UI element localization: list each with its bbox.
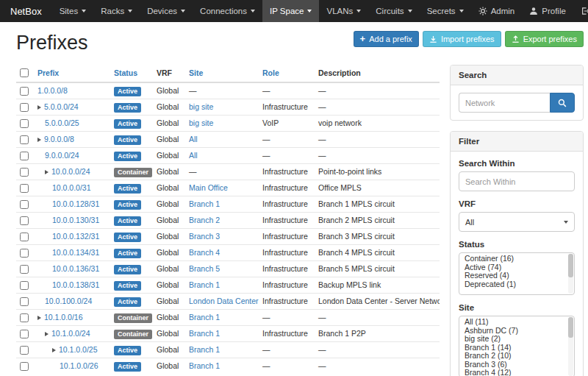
site-link[interactable]: All [189, 151, 198, 160]
row-checkbox[interactable] [20, 330, 29, 338]
site-link[interactable]: Branch 5 [189, 264, 220, 273]
vrf-value: Global [153, 229, 185, 245]
nav-item-sites[interactable]: Sites [52, 0, 94, 22]
prefix-link[interactable]: 9.0.0.0/8 [44, 135, 74, 143]
search-within-input[interactable] [459, 171, 575, 191]
site-link[interactable]: London Data Center [189, 297, 259, 305]
row-checkbox[interactable] [20, 200, 29, 209]
listbox-option[interactable]: Active (74) [459, 263, 565, 272]
expand-arrow-icon[interactable] [37, 105, 41, 110]
site-link[interactable]: big site [189, 118, 213, 127]
add-prefix-button[interactable]: + Add a prefix [354, 31, 419, 47]
col-header-prefix[interactable]: Prefix [34, 63, 110, 82]
prefix-link[interactable]: 10.0.0.0/24 [51, 167, 90, 176]
scrollbar-thumb[interactable] [568, 254, 573, 277]
site-link[interactable]: Branch 1 [189, 199, 220, 208]
export-prefixes-button[interactable]: Export prefixes [505, 31, 584, 47]
listbox-option[interactable]: Reserved (4) [459, 272, 565, 280]
vrf-select[interactable]: All [459, 212, 575, 232]
listbox-option[interactable]: Ashburn DC (7) [459, 327, 565, 336]
row-checkbox[interactable] [20, 265, 29, 274]
site-link[interactable]: Branch 3 [189, 232, 220, 241]
listbox-option[interactable]: Branch 2 (10) [459, 352, 565, 361]
expand-arrow-icon[interactable] [52, 348, 56, 352]
row-checkbox[interactable] [20, 135, 29, 144]
row-checkbox[interactable] [20, 249, 29, 258]
prefix-link[interactable]: 10.0.0.134/31 [52, 248, 99, 257]
col-header-site[interactable]: Site [185, 63, 259, 82]
listbox-scrollbar[interactable] [568, 254, 573, 294]
prefix-link[interactable]: 10.0.100.0/24 [45, 297, 92, 305]
nav-item-vlans[interactable]: VLANs [319, 0, 368, 22]
prefix-link[interactable]: 10.0.0.136/31 [52, 264, 99, 273]
search-input[interactable] [459, 93, 550, 113]
page-header: Prefixes + Add a prefix Import prefixes … [16, 22, 584, 63]
row-checkbox[interactable] [20, 281, 29, 290]
nav-item-circuits[interactable]: Circuits [368, 0, 419, 22]
nav-item-connections[interactable]: Connections [193, 0, 262, 22]
brand-logo[interactable]: NetBox [10, 0, 42, 22]
prefix-link[interactable]: 9.0.0.0/24 [45, 151, 79, 160]
nav-item-ip-space[interactable]: IP Space [262, 0, 319, 22]
nav-logout[interactable]: Log out [573, 0, 588, 22]
row-checkbox[interactable] [20, 313, 29, 322]
site-link[interactable]: All [189, 135, 198, 143]
row-checkbox[interactable] [20, 87, 29, 96]
expand-arrow-icon[interactable] [45, 332, 49, 336]
row-checkbox[interactable] [20, 216, 29, 225]
prefix-link[interactable]: 1.0.0.0/8 [37, 86, 68, 95]
col-header-role[interactable]: Role [259, 63, 315, 82]
row-checkbox[interactable] [20, 184, 29, 193]
site-link[interactable]: Branch 1 [189, 313, 220, 322]
import-prefixes-button[interactable]: Import prefixes [423, 31, 501, 47]
row-checkbox[interactable] [20, 119, 29, 128]
row-checkbox[interactable] [20, 297, 29, 306]
prefix-link[interactable]: 10.0.0.128/31 [52, 199, 99, 208]
row-checkbox[interactable] [20, 152, 29, 160]
site-link[interactable]: Branch 1 [189, 361, 220, 370]
search-button[interactable] [550, 93, 575, 113]
listbox-scrollbar[interactable] [568, 317, 573, 376]
expand-arrow-icon[interactable] [37, 316, 41, 320]
prefix-link[interactable]: 5.0.0.0/25 [45, 118, 79, 127]
site-link[interactable]: big site [189, 102, 213, 111]
row-checkbox[interactable] [20, 362, 29, 371]
listbox-option[interactable]: All (11) [459, 318, 565, 327]
expand-arrow-icon[interactable] [45, 170, 49, 174]
prefix-link[interactable]: 10.0.0.138/31 [52, 280, 99, 289]
listbox-option[interactable]: Branch 4 (12) [459, 369, 565, 376]
listbox-option[interactable]: Branch 3 (6) [459, 361, 565, 369]
expand-arrow-icon[interactable] [37, 138, 41, 142]
row-checkbox[interactable] [20, 346, 29, 355]
row-checkbox[interactable] [20, 233, 29, 241]
site-link[interactable]: Branch 1 [189, 345, 220, 354]
prefix-link[interactable]: 5.0.0.0/24 [44, 102, 79, 111]
prefix-link[interactable]: 10.0.0.130/31 [52, 216, 99, 224]
listbox-option[interactable]: big site (2) [459, 335, 565, 344]
prefix-link[interactable]: 10.1.0.0/24 [51, 329, 90, 338]
select-all-checkbox[interactable] [20, 68, 29, 77]
prefix-link[interactable]: 10.0.0.0/31 [52, 183, 91, 192]
listbox-option[interactable]: Deprecated (1) [459, 280, 565, 289]
site-link[interactable]: Branch 1 [189, 329, 220, 338]
site-link[interactable]: Branch 1 [189, 280, 220, 289]
listbox-option[interactable]: Branch 1 (14) [459, 344, 565, 352]
site-link[interactable]: Branch 4 [189, 248, 220, 257]
nav-item-devices[interactable]: Devices [140, 0, 193, 22]
nav-item-secrets[interactable]: Secrets [420, 0, 471, 22]
listbox-option[interactable]: Container (16) [459, 255, 565, 263]
nav-profile[interactable]: Profile [522, 0, 573, 22]
nav-admin[interactable]: Admin [471, 0, 523, 22]
row-checkbox[interactable] [20, 168, 29, 177]
col-header-status[interactable]: Status [110, 63, 153, 82]
chevron-down-icon [356, 10, 361, 13]
site-link[interactable]: Branch 2 [189, 216, 220, 224]
scrollbar-thumb[interactable] [568, 317, 573, 338]
prefix-link[interactable]: 10.1.0.0/26 [60, 361, 98, 370]
nav-item-racks[interactable]: Racks [93, 0, 140, 22]
prefix-link[interactable]: 10.1.0.0/25 [59, 345, 98, 354]
prefix-link[interactable]: 10.0.0.132/31 [52, 232, 99, 241]
site-link[interactable]: Main Office [189, 183, 228, 192]
prefix-link[interactable]: 10.1.0.0/16 [44, 313, 83, 322]
row-checkbox[interactable] [20, 103, 29, 112]
